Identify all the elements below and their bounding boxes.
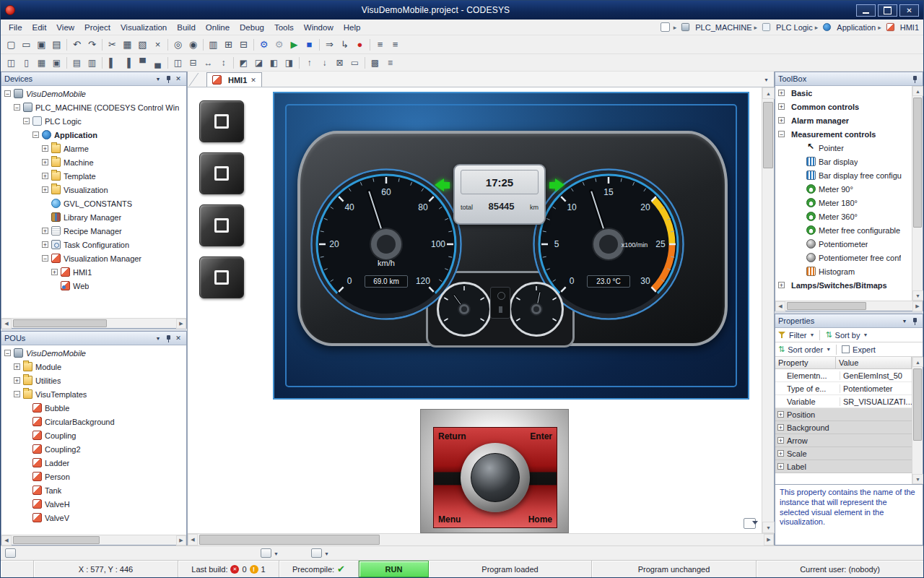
send-to-back[interactable]: ◪ xyxy=(251,56,266,70)
separator[interactable] xyxy=(317,38,322,52)
toolbox-entry[interactable]: Meter 360° xyxy=(775,210,912,223)
expander-icon[interactable] xyxy=(778,282,785,288)
output-panel-icon[interactable] xyxy=(5,548,16,558)
expander-icon[interactable] xyxy=(42,173,48,179)
menu-item[interactable]: Help xyxy=(339,21,366,34)
breadcrumb-item[interactable]: Application xyxy=(814,22,876,32)
property-row[interactable]: Type of e... Potentiometer xyxy=(775,382,912,395)
chevron-down-icon[interactable]: ▼ xyxy=(826,347,831,352)
expander-icon[interactable] xyxy=(778,117,785,124)
separator[interactable] xyxy=(367,38,372,52)
order-down[interactable]: ↓ xyxy=(317,56,332,70)
align-left[interactable]: ▌ xyxy=(105,56,120,70)
toggle-breakpoint[interactable]: ● xyxy=(352,38,367,52)
scroll-left-icon[interactable] xyxy=(775,301,785,311)
panel-menu-icon[interactable] xyxy=(153,334,163,343)
scroll-left-icon[interactable] xyxy=(1,535,12,545)
expander-icon[interactable] xyxy=(778,131,785,137)
chevron-down-icon[interactable]: ▼ xyxy=(274,551,279,556)
toolbox-entry[interactable]: Lamps/Switches/Bitmaps xyxy=(775,278,912,292)
tab-hmi1[interactable]: HMI1 ✕ xyxy=(206,72,262,87)
tab-list-dropdown-icon[interactable]: ▼ xyxy=(761,74,772,85)
value-column-header[interactable]: Value xyxy=(836,357,912,368)
menu-item[interactable]: Build xyxy=(172,21,201,34)
expert-checkbox[interactable] xyxy=(842,345,850,353)
new-project[interactable]: ▢ xyxy=(4,38,19,52)
expander-icon[interactable] xyxy=(777,398,784,405)
tree-item[interactable]: HMI1 xyxy=(1,265,186,279)
expander-icon[interactable] xyxy=(778,90,785,96)
pin-icon[interactable] xyxy=(910,316,920,326)
tree-item[interactable]: Coupling xyxy=(1,428,186,442)
menu-item[interactable]: Edit xyxy=(27,21,52,34)
selection-mode[interactable]: ◫ xyxy=(4,56,19,70)
toolbar-list[interactable]: ≡ xyxy=(383,56,398,70)
breadcrumb-item[interactable]: HMI1 xyxy=(877,22,919,32)
view-options[interactable]: ≡ xyxy=(388,38,403,52)
align-bottom[interactable]: ▄ xyxy=(150,56,165,70)
toolbox-entry[interactable]: Pointer xyxy=(775,141,912,155)
expander-icon[interactable] xyxy=(797,254,803,261)
tree-item[interactable]: Utilities xyxy=(1,374,186,387)
expander-icon[interactable] xyxy=(797,186,803,192)
align-center-vertical[interactable]: ⊟ xyxy=(186,56,201,70)
expander-icon[interactable] xyxy=(32,131,39,138)
expander-icon[interactable] xyxy=(23,487,30,493)
find[interactable]: ◎ xyxy=(170,38,186,52)
toolbox-vertical-scrollbar[interactable] xyxy=(912,86,923,301)
expander-icon[interactable] xyxy=(14,104,20,111)
expander-icon[interactable] xyxy=(23,473,30,480)
expander-icon[interactable] xyxy=(797,144,803,151)
toolbox-entry[interactable]: Measurement controls xyxy=(775,127,912,141)
expander-icon[interactable] xyxy=(4,350,11,356)
grid-mode[interactable]: ▦ xyxy=(34,56,49,70)
property-column-header[interactable]: Property xyxy=(775,357,836,368)
delete[interactable]: × xyxy=(150,38,165,52)
toolbox-horizontal-scrollbar[interactable] xyxy=(775,301,923,311)
scroll-up-icon[interactable] xyxy=(912,86,923,96)
expander-icon[interactable] xyxy=(797,199,803,206)
order-up[interactable]: ↑ xyxy=(302,56,317,70)
tab-close-icon[interactable]: ✕ xyxy=(250,77,256,84)
expander-icon[interactable] xyxy=(777,411,784,418)
tree-item[interactable]: GVL_CONSTANTS xyxy=(1,197,186,210)
generate-code[interactable]: ⊟ xyxy=(236,38,251,52)
separator[interactable] xyxy=(362,56,367,70)
expander-icon[interactable] xyxy=(777,450,784,457)
expander-icon[interactable] xyxy=(23,118,30,124)
align-right[interactable]: ▐ xyxy=(120,56,135,70)
print[interactable]: ▤ xyxy=(49,38,64,52)
menu-item[interactable]: File xyxy=(4,21,27,34)
tree-item[interactable]: Template xyxy=(1,169,186,183)
close-icon[interactable] xyxy=(173,74,183,84)
expander-icon[interactable] xyxy=(797,213,803,220)
expander-icon[interactable] xyxy=(778,103,785,110)
login[interactable]: ⚙ xyxy=(256,38,271,52)
expander-icon[interactable] xyxy=(4,90,11,97)
background-settings[interactable]: ▩ xyxy=(367,56,383,70)
start[interactable]: ▶ xyxy=(287,38,302,52)
scroll-up-icon[interactable] xyxy=(762,87,775,99)
temperature-mini-gauge[interactable] xyxy=(509,282,564,338)
scroll-down-icon[interactable] xyxy=(912,290,923,301)
chevron-down-icon[interactable]: ▼ xyxy=(324,551,329,556)
find-next[interactable]: ◉ xyxy=(186,38,201,52)
property-row[interactable]: Label xyxy=(775,460,912,473)
scroll-down-icon[interactable] xyxy=(762,522,775,533)
expander-icon[interactable] xyxy=(23,460,30,466)
pin-icon[interactable] xyxy=(910,74,920,84)
paste[interactable]: ▧ xyxy=(135,38,150,52)
visualization-canvas[interactable]: 020406080100120km/h 051015202530x100/min… xyxy=(188,87,762,533)
property-value[interactable]: Potentiometer xyxy=(840,384,912,393)
property-value[interactable]: SR_VISUALIZATI... xyxy=(840,397,912,406)
tree-item[interactable]: Task Configuration xyxy=(1,238,186,251)
pin-icon[interactable] xyxy=(163,334,173,343)
select-all[interactable]: ⊠ xyxy=(332,56,347,70)
toolbox-entry[interactable]: Meter 90° xyxy=(775,182,912,196)
enter-button[interactable]: Enter xyxy=(530,431,552,441)
scroll-right-icon[interactable] xyxy=(912,301,923,311)
separator[interactable] xyxy=(64,56,69,70)
menu-item[interactable]: Debug xyxy=(235,21,269,34)
tree-item[interactable]: Visualization xyxy=(1,183,186,197)
menu-item[interactable]: Tools xyxy=(269,21,299,34)
